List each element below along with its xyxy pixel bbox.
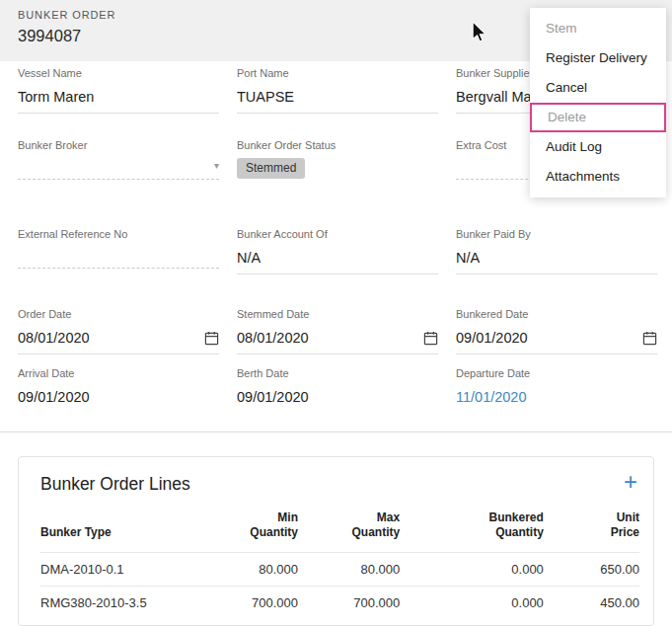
cell-bunkered-quantity: 0.000: [400, 553, 544, 587]
menu-item-audit-log[interactable]: Audit Log: [530, 132, 666, 162]
arrival-date-label: Arrival Date: [18, 367, 219, 379]
col-min-quantity: MinQuantity: [208, 507, 298, 553]
bunkered-date-input[interactable]: 09/01/2020: [456, 327, 657, 354]
menu-item-stem[interactable]: Stem: [530, 14, 666, 43]
bunker-order-lines-card: Bunker Order Lines + Bunker Type MinQuan…: [18, 456, 654, 626]
chevron-down-icon[interactable]: ▾: [214, 161, 219, 171]
stemmed-date-input[interactable]: 08/01/2020: [237, 327, 438, 354]
field-bunker-paid-by: Bunker Paid By N/A: [456, 228, 657, 275]
departure-date-label: Departure Date: [456, 367, 657, 379]
stemmed-date-label: Stemmed Date: [237, 308, 438, 320]
field-stemmed-date: Stemmed Date 08/01/2020: [237, 308, 438, 354]
arrival-date-value: 09/01/2020: [18, 386, 219, 413]
departure-date-link[interactable]: 11/01/2020: [456, 386, 657, 413]
berth-date-label: Berth Date: [237, 367, 438, 379]
table-row[interactable]: DMA-2010-0.1 80.000 80.000 0.000 650.00: [40, 553, 639, 587]
port-name-input[interactable]: TUAPSE: [237, 86, 438, 114]
field-port-name: Port Name TUAPSE: [237, 67, 438, 114]
berth-date-value: 09/01/2020: [237, 386, 438, 413]
section-divider: [0, 432, 672, 432]
port-name-label: Port Name: [237, 67, 438, 79]
field-berth-date: Berth Date 09/01/2020: [237, 367, 438, 413]
card-title: Bunker Order Lines: [40, 474, 632, 495]
cell-bunkered-quantity: 0.000: [400, 587, 544, 620]
bunker-account-of-label: Bunker Account Of: [237, 228, 438, 240]
cell-unit-price: 450.00: [544, 587, 639, 620]
field-departure-date: Departure Date 11/01/2020: [456, 367, 657, 413]
bunkered-date-label: Bunkered Date: [456, 308, 657, 320]
context-menu: Stem Register Delivery Cancel Delete Aud…: [530, 8, 666, 197]
col-bunkered-quantity: BunkeredQuantity: [400, 507, 544, 553]
calendar-icon[interactable]: [642, 331, 657, 346]
order-date-input[interactable]: 08/01/2020: [18, 327, 219, 354]
cell-bunker-type: RMG380-2010-3.5: [40, 587, 208, 620]
table-header-row: Bunker Type MinQuantity MaxQuantity Bunk…: [40, 507, 639, 553]
bunker-order-status-value: Stemmed: [237, 158, 438, 184]
menu-item-delete[interactable]: Delete: [530, 103, 666, 132]
order-date-label: Order Date: [18, 308, 219, 320]
status-badge: Stemmed: [237, 158, 305, 179]
field-arrival-date: Arrival Date 09/01/2020: [18, 367, 219, 413]
calendar-icon[interactable]: [423, 331, 438, 346]
bunker-broker-label: Bunker Broker: [18, 139, 219, 151]
vessel-name-label: Vessel Name: [18, 67, 219, 79]
col-bunker-type: Bunker Type: [40, 507, 208, 553]
bunker-paid-by-label: Bunker Paid By: [456, 228, 657, 240]
field-order-date: Order Date 08/01/2020: [18, 308, 219, 354]
cell-bunker-type: DMA-2010-0.1: [40, 553, 208, 587]
field-bunker-account-of: Bunker Account Of N/A: [237, 228, 438, 275]
field-bunker-order-status: Bunker Order Status Stemmed: [237, 139, 438, 184]
cell-min-quantity: 80.000: [208, 553, 298, 587]
menu-item-register-delivery[interactable]: Register Delivery: [530, 43, 666, 73]
add-line-button[interactable]: +: [624, 470, 637, 494]
col-unit-price: UnitPrice: [544, 507, 639, 553]
external-reference-no-label: External Reference No: [18, 228, 219, 240]
bunker-broker-select[interactable]: ▾: [18, 158, 219, 180]
cell-unit-price: 650.00: [544, 553, 639, 587]
cell-max-quantity: 80.000: [298, 553, 400, 587]
field-vessel-name: Vessel Name Torm Maren: [18, 67, 219, 114]
bunker-account-of-input[interactable]: N/A: [237, 247, 438, 275]
order-lines-table: Bunker Type MinQuantity MaxQuantity Bunk…: [40, 507, 639, 619]
col-max-quantity: MaxQuantity: [298, 507, 400, 553]
calendar-icon[interactable]: [204, 331, 219, 346]
cell-max-quantity: 700.000: [298, 587, 400, 620]
menu-item-cancel[interactable]: Cancel: [530, 73, 666, 103]
menu-item-attachments[interactable]: Attachments: [530, 162, 666, 192]
cell-min-quantity: 700.000: [208, 587, 298, 620]
table-row[interactable]: RMG380-2010-3.5 700.000 700.000 0.000 45…: [40, 587, 639, 620]
vessel-name-input[interactable]: Torm Maren: [18, 86, 219, 114]
field-external-reference-no: External Reference No: [18, 228, 219, 275]
field-bunkered-date: Bunkered Date 09/01/2020: [456, 308, 657, 354]
bunker-paid-by-input[interactable]: N/A: [456, 247, 657, 275]
external-reference-no-input[interactable]: [18, 247, 219, 269]
field-bunker-broker: Bunker Broker ▾: [18, 139, 219, 184]
bunker-order-status-label: Bunker Order Status: [237, 139, 438, 151]
